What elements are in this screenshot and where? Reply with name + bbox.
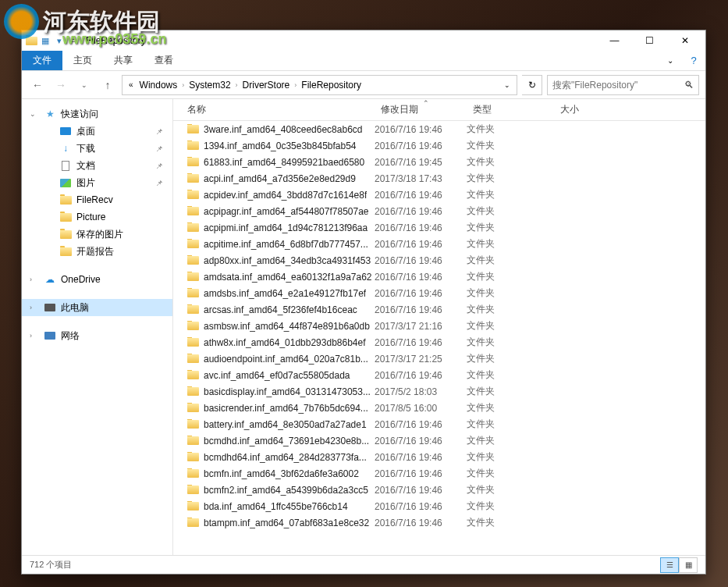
- sidebar-item[interactable]: FileRecv: [22, 191, 172, 208]
- minimize-button[interactable]: —: [597, 30, 632, 51]
- sidebar-quick-access[interactable]: ⌄ ★ 快速访问: [22, 105, 172, 123]
- file-row[interactable]: basicdisplay.inf_amd64_03131473053...201…: [173, 383, 705, 400]
- file-row[interactable]: acpi.inf_amd64_a7d356e2e8ed29d92017/3/18…: [173, 170, 705, 187]
- file-row[interactable]: bcmdhd.inf_amd64_73691eb4230e8b...2016/7…: [173, 432, 705, 449]
- nav-back-button[interactable]: ←: [28, 76, 47, 94]
- sidebar-item[interactable]: Picture: [22, 208, 172, 226]
- file-row[interactable]: 1394.inf_amd64_0c35e3b845bfab542016/7/16…: [173, 137, 705, 154]
- breadcrumb-item[interactable]: System32: [186, 76, 233, 94]
- nav-up-button[interactable]: ↑: [98, 76, 117, 94]
- folder-icon: [187, 436, 199, 445]
- file-name: acpidev.inf_amd64_3bdd87d7c1614e8f: [204, 190, 367, 201]
- qat-properties-icon[interactable]: ▦: [39, 34, 51, 47]
- sidebar-item[interactable]: 文档📌︎: [22, 157, 172, 174]
- column-type[interactable]: 类型: [467, 99, 554, 120]
- file-row[interactable]: audioendpoint.inf_amd64_020a7c81b...2017…: [173, 350, 705, 367]
- ribbon-tab-view[interactable]: 查看: [144, 51, 184, 70]
- file-row[interactable]: battery.inf_amd64_8e3050ad7a27ade12016/7…: [173, 416, 705, 432]
- file-type: 文件夹: [467, 467, 554, 480]
- column-headers: ⌃ 名称 修改日期 类型 大小: [173, 99, 705, 121]
- folder-icon: [59, 246, 72, 257]
- sidebar-item[interactable]: 保存的图片: [22, 226, 172, 243]
- ribbon-expand-icon[interactable]: ⌄: [659, 51, 682, 70]
- file-row[interactable]: amdsata.inf_amd64_ea60132f1a9a7a622016/7…: [173, 269, 705, 285]
- file-name: acpitime.inf_amd64_6d8bf7db777457...: [204, 239, 368, 250]
- folder-icon: [59, 212, 72, 222]
- file-row[interactable]: bda.inf_amd64_1ffc455be766cb142016/7/16 …: [173, 498, 705, 514]
- chevron-right-icon[interactable]: ›: [234, 81, 240, 89]
- titlebar[interactable]: ▦ ▾ = FileRepository — ☐ ✕: [22, 30, 705, 51]
- file-name: bcmdhd.inf_amd64_73691eb4230e8b...: [204, 436, 369, 446]
- close-button[interactable]: ✕: [667, 30, 702, 51]
- file-row[interactable]: bcmdhd64.inf_amd64_284d283773fa...2016/7…: [173, 449, 705, 465]
- sidebar-onedrive[interactable]: › ☁ OneDrive: [22, 271, 172, 288]
- sidebar-label: 快速访问: [61, 108, 98, 121]
- breadcrumb-item[interactable]: DriverStore: [240, 76, 293, 94]
- folder-icon: [187, 158, 199, 166]
- sidebar-network[interactable]: › 网络: [22, 327, 172, 344]
- file-row[interactable]: adp80xx.inf_amd64_34edb3ca4931f4532016/7…: [173, 252, 705, 269]
- cloud-icon: ☁: [44, 274, 56, 285]
- nav-forward-button[interactable]: →: [51, 76, 70, 94]
- file-row[interactable]: acpipmi.inf_amd64_1d94c781213f96aa2016/7…: [173, 219, 705, 236]
- breadcrumb-item[interactable]: FileRepository: [298, 76, 364, 94]
- sidebar-item[interactable]: 图片📌︎: [22, 174, 172, 191]
- sidebar-item[interactable]: 开题报告: [22, 243, 172, 260]
- file-row[interactable]: basicrender.inf_amd64_7b76b5dc694...2017…: [173, 400, 705, 416]
- searchbox[interactable]: 🔍︎: [547, 75, 699, 95]
- expand-icon[interactable]: ⌄: [30, 110, 36, 118]
- file-row[interactable]: bcmfn.inf_amd64_3bf62da6fe3a60022016/7/1…: [173, 465, 705, 482]
- sidebar-this-pc[interactable]: › 此电脑: [22, 299, 172, 316]
- expand-icon[interactable]: ›: [30, 304, 32, 311]
- ribbon-tab-file[interactable]: 文件: [22, 51, 62, 70]
- folder-icon: [187, 289, 199, 297]
- expand-icon[interactable]: ›: [30, 332, 32, 340]
- chevron-right-icon[interactable]: ›: [293, 81, 298, 89]
- file-type: 文件夹: [467, 385, 554, 398]
- maximize-button[interactable]: ☐: [632, 30, 667, 51]
- file-row[interactable]: acpidev.inf_amd64_3bdd87d7c1614e8f2016/7…: [173, 187, 705, 203]
- view-icons-button[interactable]: ▦: [679, 557, 698, 573]
- file-row[interactable]: btampm.inf_amd64_07abf683a1e8ce322016/7/…: [173, 514, 705, 531]
- folder-icon: [187, 272, 199, 281]
- file-name: avc.inf_amd64_ef0d7ac55805dada: [204, 370, 350, 381]
- nav-history-dropdown[interactable]: ⌄: [75, 76, 94, 94]
- file-row[interactable]: 3ware.inf_amd64_408ceed6ec8ab6cd2016/7/1…: [173, 121, 705, 137]
- file-row[interactable]: asmbsw.inf_amd64_44f874e891b6a0db2017/3/…: [173, 318, 705, 334]
- sidebar-item[interactable]: 桌面📌︎: [22, 123, 172, 140]
- expand-icon[interactable]: ›: [30, 276, 32, 283]
- file-row[interactable]: acpitime.inf_amd64_6d8bf7db777457...2016…: [173, 236, 705, 252]
- file-date: 2016/7/16 19:46: [375, 255, 467, 266]
- file-row[interactable]: amdsbs.inf_amd64_e2a1e49127fb17ef2016/7/…: [173, 285, 705, 301]
- file-name: bcmfn2.inf_amd64_a54399b6da2a3cc5: [204, 485, 368, 496]
- column-date[interactable]: 修改日期: [375, 99, 467, 120]
- breadcrumb-root-icon[interactable]: «: [126, 76, 137, 94]
- file-row[interactable]: bcmfn2.inf_amd64_a54399b6da2a3cc52016/7/…: [173, 482, 705, 498]
- file-type: 文件夹: [467, 155, 554, 169]
- breadcrumb-dropdown-icon[interactable]: ⌄: [501, 81, 513, 89]
- chevron-right-icon[interactable]: ›: [180, 81, 186, 89]
- column-name[interactable]: 名称: [173, 99, 375, 120]
- column-size[interactable]: 大小: [554, 99, 705, 120]
- file-row[interactable]: athw8x.inf_amd64_01dbb293db86b4ef2016/7/…: [173, 334, 705, 350]
- breadcrumb[interactable]: « Windows › System32 › DriverStore › Fil…: [122, 75, 517, 95]
- search-icon[interactable]: 🔍︎: [684, 80, 694, 91]
- file-row[interactable]: arcsas.inf_amd64_5f236fef4b16ceac2016/7/…: [173, 301, 705, 318]
- file-rows[interactable]: 3ware.inf_amd64_408ceed6ec8ab6cd2016/7/1…: [173, 121, 705, 555]
- file-row[interactable]: avc.inf_amd64_ef0d7ac55805dada2016/7/16 …: [173, 367, 705, 383]
- sidebar-item-label: Picture: [76, 212, 105, 222]
- file-row[interactable]: acpipagr.inf_amd64_af544807f78507ae2016/…: [173, 203, 705, 219]
- file-type: 文件夹: [467, 401, 554, 414]
- help-button[interactable]: ?: [682, 51, 705, 70]
- breadcrumb-item[interactable]: Windows: [137, 76, 181, 94]
- search-input[interactable]: [552, 80, 684, 91]
- ribbon-tab-share[interactable]: 共享: [103, 51, 144, 70]
- sidebar-item[interactable]: ↓下载📌︎: [22, 140, 172, 157]
- refresh-button[interactable]: ↻: [522, 75, 542, 95]
- file-type: 文件夹: [467, 221, 554, 234]
- pin-icon: 📌︎: [155, 179, 163, 187]
- ribbon-tab-home[interactable]: 主页: [62, 51, 103, 70]
- view-details-button[interactable]: ☰: [660, 557, 679, 573]
- file-row[interactable]: 61883.inf_amd64_84995921baed65802016/7/1…: [173, 154, 705, 170]
- qat-newfolder-icon[interactable]: ▾: [53, 34, 66, 47]
